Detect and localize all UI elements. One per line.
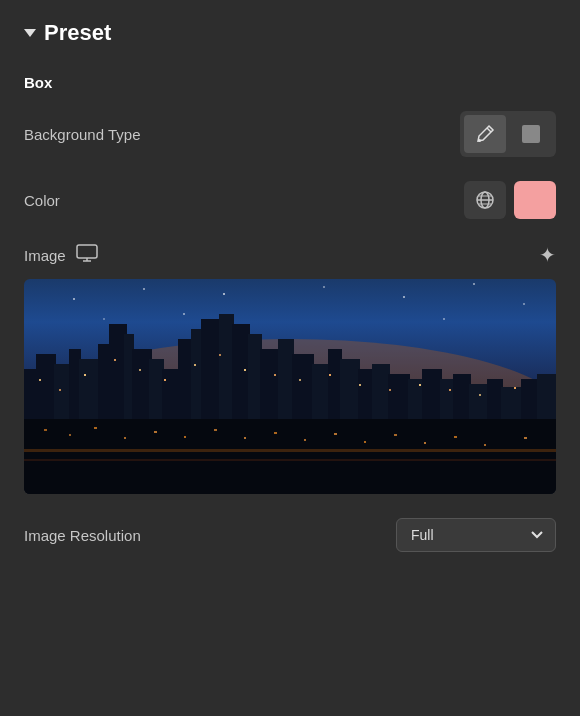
svg-rect-74 (124, 437, 126, 439)
svg-rect-60 (244, 369, 246, 371)
svg-point-14 (103, 318, 105, 320)
svg-rect-52 (39, 379, 41, 381)
svg-rect-86 (484, 444, 486, 446)
svg-point-12 (473, 283, 475, 285)
monitor-icon (76, 244, 98, 266)
image-resolution-select[interactable]: Thumbnail Medium Large Full (396, 518, 556, 552)
city-image-svg (24, 279, 556, 494)
svg-rect-76 (184, 436, 186, 438)
svg-rect-85 (454, 436, 457, 438)
svg-rect-53 (59, 389, 61, 391)
sparkle-icon[interactable]: ✦ (539, 243, 556, 267)
svg-point-11 (403, 296, 405, 298)
image-resolution-label: Image Resolution (24, 527, 141, 544)
svg-rect-71 (44, 429, 47, 431)
color-row: Color (24, 181, 556, 219)
svg-rect-65 (389, 389, 391, 391)
brush-type-button[interactable] (464, 115, 506, 153)
svg-rect-84 (424, 442, 426, 444)
square-icon (522, 125, 540, 143)
svg-rect-59 (219, 354, 221, 356)
svg-rect-73 (94, 427, 97, 429)
svg-point-7 (73, 298, 75, 300)
preset-header: Preset (24, 20, 556, 46)
svg-rect-72 (69, 434, 71, 436)
svg-rect-82 (364, 441, 366, 443)
svg-point-0 (478, 139, 481, 142)
svg-point-13 (523, 303, 525, 305)
svg-rect-87 (524, 437, 527, 439)
svg-rect-66 (419, 384, 421, 386)
svg-rect-68 (479, 394, 481, 396)
svg-rect-83 (394, 434, 397, 436)
svg-rect-61 (274, 374, 276, 376)
svg-point-9 (223, 293, 225, 295)
svg-rect-62 (299, 379, 301, 381)
square-type-button[interactable] (510, 115, 552, 153)
globe-icon (475, 190, 495, 210)
svg-point-16 (443, 318, 445, 320)
background-type-controls (460, 111, 556, 157)
svg-point-10 (323, 286, 325, 288)
color-controls (464, 181, 556, 219)
svg-rect-69 (514, 387, 516, 389)
svg-rect-57 (164, 379, 166, 381)
svg-rect-75 (154, 431, 157, 433)
svg-rect-56 (139, 369, 141, 371)
globe-button[interactable] (464, 181, 506, 219)
svg-point-8 (143, 288, 145, 290)
brush-icon (475, 124, 495, 144)
svg-rect-80 (304, 439, 306, 441)
svg-rect-63 (329, 374, 331, 376)
chevron-down-icon[interactable] (24, 29, 36, 37)
image-resolution-row: Image Resolution Thumbnail Medium Large … (24, 518, 556, 552)
svg-rect-67 (449, 389, 451, 391)
svg-rect-58 (194, 364, 196, 366)
svg-rect-55 (114, 359, 116, 361)
svg-rect-77 (214, 429, 217, 431)
main-container: Preset Box Background Type Color (0, 0, 580, 716)
svg-rect-79 (274, 432, 277, 434)
svg-rect-70 (24, 419, 556, 494)
svg-rect-81 (334, 433, 337, 435)
image-preview[interactable] (24, 279, 556, 494)
svg-point-15 (183, 313, 185, 315)
box-section-label: Box (24, 74, 556, 91)
preset-title: Preset (44, 20, 111, 46)
svg-rect-3 (77, 245, 97, 258)
background-type-row: Background Type (24, 111, 556, 157)
svg-rect-64 (359, 384, 361, 386)
background-type-label: Background Type (24, 126, 140, 143)
svg-rect-88 (24, 449, 556, 452)
color-label: Color (24, 192, 60, 209)
color-swatch-button[interactable] (514, 181, 556, 219)
image-row-left: Image (24, 244, 98, 266)
svg-rect-78 (244, 437, 246, 439)
svg-rect-89 (24, 459, 556, 461)
svg-rect-54 (84, 374, 86, 376)
image-row-header: Image ✦ (24, 243, 556, 267)
image-label: Image (24, 247, 66, 264)
